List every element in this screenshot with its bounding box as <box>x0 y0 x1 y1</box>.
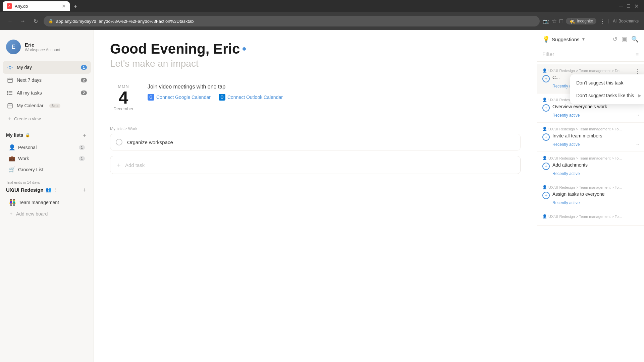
browser-tab[interactable]: A Any.do ✕ <box>3 1 70 11</box>
my-day-icon <box>7 64 13 71</box>
suggestion-source-4: 👤 UX/UI Redesign > Team management > To.… <box>542 185 639 189</box>
filter-label: Filter <box>542 51 554 57</box>
suggestion-text-1: Overview everyone's work <box>552 104 639 109</box>
minimize-button[interactable]: ─ <box>619 3 623 9</box>
trial-notice: Trial ends in 14 days <box>6 180 88 184</box>
sidebar: E Eric Workspace Account My day 1 <box>0 30 94 362</box>
bookmark-star-icon[interactable]: ☆ <box>551 17 557 25</box>
suggestion-add-button-4[interactable]: ＋ <box>542 192 550 199</box>
sidebar-item-my-calendar[interactable]: My Calendar Beta <box>3 99 91 112</box>
suggestion-source-0: 👤 UX/UI Redesign > Team management > Do.… <box>542 68 639 73</box>
new-tab-button[interactable]: ＋ <box>71 1 80 11</box>
reload-button[interactable]: ↻ <box>31 16 40 26</box>
board-item-team-management[interactable]: 👫 Team management <box>3 196 91 208</box>
extensions-icon[interactable]: □ <box>559 18 563 25</box>
list-item-work[interactable]: 💼 Work 1 <box>3 153 91 164</box>
panel-actions: ↺ ▣ 🔍 <box>612 36 639 47</box>
incognito-badge: 🕵 Incognito <box>566 18 597 24</box>
list-item-grocery[interactable]: 🛒 Grocery List <box>3 164 91 175</box>
sidebar-item-all-tasks[interactable]: All my tasks 2 <box>3 86 91 99</box>
personal-list-label: Personal <box>18 145 37 150</box>
svg-rect-15 <box>8 104 12 108</box>
date-section: MON 4 December Join video meetings with … <box>110 77 521 118</box>
context-menu: Don't suggest this task Don't suggest ta… <box>570 74 644 104</box>
source-person-icon-0: 👤 <box>542 68 547 73</box>
user-info: Eric Workspace Account <box>25 42 60 52</box>
board-icon: 👫 <box>9 199 16 206</box>
personal-list-icon: 👤 <box>9 144 15 150</box>
context-menu-item-dont-suggest-task[interactable]: Don't suggest this task <box>570 76 644 89</box>
add-board-button[interactable]: ＋ Add new board <box>3 208 91 219</box>
app-container: E Eric Workspace Account My day 1 <box>0 30 644 362</box>
all-tasks-icon <box>7 89 13 96</box>
outlook-cal-icon: O <box>219 94 225 101</box>
grocery-list-icon: 🛒 <box>9 166 15 173</box>
search-icon[interactable]: 🔍 <box>631 36 639 43</box>
task-item[interactable]: Organize workspace <box>110 134 521 150</box>
main-content: Good Evening, Eric Let's make an impact … <box>94 30 537 362</box>
layout-icon[interactable]: ▣ <box>622 36 627 43</box>
browser-tabs: A Any.do ✕ ＋ ─ □ ✕ <box>0 0 644 12</box>
suggestion-add-button-3[interactable]: ＋ <box>542 163 550 170</box>
maximize-button[interactable]: □ <box>627 3 630 9</box>
main-body: MON 4 December Join video meetings with … <box>94 69 537 362</box>
workspace-section: Trial ends in 14 days UX/UI Redesign 👥 ⋮… <box>0 175 94 196</box>
recently-active-1: Recently active <box>552 113 639 118</box>
context-menu-item-dont-suggest-like[interactable]: Don't suggest tasks like this ▶ <box>570 89 644 102</box>
recently-active-4: Recently active <box>552 200 639 205</box>
back-button[interactable]: ← <box>5 16 15 26</box>
refresh-icon[interactable]: ↺ <box>612 36 618 43</box>
source-person-icon-1: 👤 <box>542 98 547 102</box>
add-task-bar[interactable]: ＋ Add task <box>110 156 521 174</box>
sidebar-item-my-day[interactable]: My day 1 <box>3 61 91 74</box>
chevron-down-icon: ▼ <box>582 37 586 42</box>
svg-rect-5 <box>8 78 12 83</box>
workspace-menu-icon[interactable]: ⋮ <box>53 187 57 192</box>
personal-list-badge: 1 <box>79 145 85 150</box>
svg-point-0 <box>9 66 11 68</box>
add-task-label: Add task <box>125 162 145 168</box>
suggestion-main-3: ＋ Add attachments <box>542 162 639 170</box>
security-icon: 🔒 <box>48 19 53 23</box>
suggestions-button[interactable]: 💡 Suggestions ▼ <box>542 36 585 47</box>
date-display: MON 4 December <box>110 84 137 111</box>
suggestion-more-button-0[interactable]: ⋮ <box>635 68 640 75</box>
navigate-right-icon-2[interactable]: → <box>635 141 640 147</box>
create-view-button[interactable]: ＋ Create a view <box>3 113 91 124</box>
create-view-label: Create a view <box>14 116 41 121</box>
all-tasks-label: All my tasks <box>17 90 42 96</box>
connect-outlook-calendar-link[interactable]: O Connect Outlook Calendar <box>219 94 283 101</box>
suggestion-add-button-1[interactable]: ＋ <box>542 104 550 112</box>
suggestion-item-2: 👤 UX/UI Redesign > Team management > To.… <box>537 123 644 152</box>
suggestion-add-button-2[interactable]: ＋ <box>542 133 550 141</box>
lists-lock-icon: 🔒 <box>25 133 30 137</box>
calendar-prompt: Join video meetings with one tap G Conne… <box>148 84 521 101</box>
svg-point-12 <box>7 91 8 92</box>
task-text: Organize workspace <box>127 139 173 145</box>
add-list-button[interactable]: ＋ <box>82 131 88 139</box>
date-month: December <box>110 106 137 111</box>
address-bar[interactable]: 🔒 app.any.do/myday?d=anydo%3A%2F%2Fanydo… <box>44 16 540 26</box>
sidebar-item-next-7-days[interactable]: Next 7 days 2 <box>3 74 91 86</box>
svg-point-13 <box>7 93 8 93</box>
close-window-button[interactable]: ✕ <box>634 3 639 9</box>
suggestion-add-button-0[interactable]: ＋ <box>542 75 550 82</box>
list-item-personal[interactable]: 👤 Personal 1 <box>3 142 91 153</box>
workspace-people-icon: 👥 <box>46 187 51 192</box>
next-7-days-badge: 2 <box>81 78 87 82</box>
task-section: My lists > Work Organize workspace <box>110 126 521 150</box>
task-list-label: My lists > Work <box>110 126 521 131</box>
filter-icon[interactable]: ≡ <box>636 51 639 57</box>
forward-button[interactable]: → <box>18 16 28 26</box>
all-tasks-badge: 2 <box>81 90 87 95</box>
task-checkbox[interactable] <box>116 139 122 145</box>
suggestions-lightbulb-icon: 💡 <box>542 36 550 43</box>
add-workspace-button[interactable]: ＋ <box>82 186 88 194</box>
close-tab-button[interactable]: ✕ <box>62 3 66 9</box>
browser-menu-icon[interactable]: ⋮ <box>599 17 606 25</box>
user-subtitle: Workspace Account <box>25 48 60 52</box>
suggestion-main-2: ＋ Invite all team members <box>542 133 639 141</box>
right-panel: 💡 Suggestions ▼ ↺ ▣ 🔍 Filter ≡ 👤 UX/UI R… <box>537 30 644 362</box>
navigate-right-icon-1[interactable]: → <box>635 112 640 118</box>
connect-google-calendar-link[interactable]: G Connect Google Calendar <box>148 94 211 101</box>
